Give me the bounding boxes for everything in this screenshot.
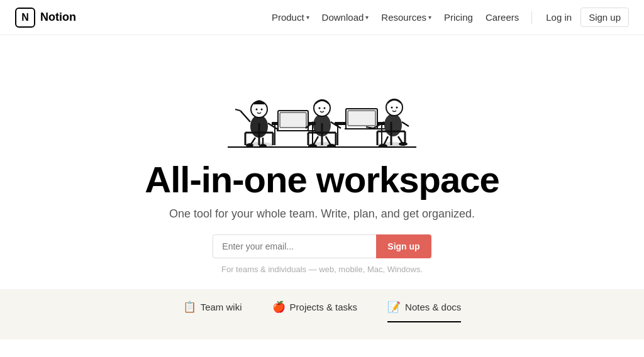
tab-notes-docs-label: Notes & docs — [405, 302, 461, 312]
svg-point-49 — [384, 114, 402, 136]
svg-rect-42 — [348, 111, 375, 126]
tab-team-wiki[interactable]: 📋 Team wiki — [183, 300, 242, 322]
svg-point-6 — [250, 115, 268, 138]
nav-pricing[interactable]: Pricing — [439, 8, 478, 26]
svg-line-11 — [235, 109, 240, 111]
login-button[interactable]: Log in — [540, 8, 578, 26]
svg-rect-21 — [280, 113, 306, 128]
hero-subtitle: One tool for your whole team. Write, pla… — [169, 207, 475, 221]
svg-point-31 — [324, 107, 326, 109]
svg-point-15 — [246, 143, 253, 147]
tab-projects-tasks-label: Projects & tasks — [290, 302, 358, 312]
svg-point-30 — [319, 107, 321, 109]
svg-line-10 — [240, 111, 250, 122]
svg-point-36 — [308, 144, 317, 148]
tab-team-wiki-label: Team wiki — [201, 302, 242, 312]
email-input[interactable] — [213, 234, 376, 258]
chevron-down-icon: ▾ — [365, 14, 369, 21]
svg-point-16 — [259, 144, 267, 148]
nav-links: Product ▾ Download ▾ Resources ▾ Pricing — [267, 8, 524, 26]
tab-projects-tasks[interactable]: 🍎 Projects & tasks — [272, 300, 358, 322]
nav-careers[interactable]: Careers — [480, 8, 524, 26]
notes-docs-icon: 📝 — [387, 300, 401, 314]
nav-signup-button[interactable]: Sign up — [580, 8, 629, 27]
nav-product[interactable]: Product ▾ — [267, 8, 314, 26]
hero-title: All-in-one workspace — [145, 160, 499, 200]
chevron-down-icon: ▾ — [428, 14, 431, 21]
bottom-section: 📋 Team wiki 🍎 Projects & tasks 📝 Notes &… — [0, 289, 644, 339]
navbar: N Notion Product ▾ Download ▾ Resources — [0, 0, 644, 35]
projects-tasks-icon: 🍎 — [272, 300, 286, 314]
logo-text: Notion — [40, 11, 76, 24]
logo-icon: N — [15, 8, 35, 28]
svg-point-37 — [327, 144, 336, 148]
nav-download[interactable]: Download ▾ — [317, 8, 374, 26]
hero-illustration — [190, 41, 454, 155]
svg-line-55 — [402, 122, 409, 126]
svg-point-51 — [391, 107, 393, 109]
svg-point-52 — [396, 107, 398, 109]
hero-section: All-in-one workspace One tool for your w… — [0, 35, 644, 289]
hero-form: Sign up — [213, 234, 431, 258]
tab-notes-docs[interactable]: 📝 Notes & docs — [387, 300, 461, 322]
nav-logo[interactable]: N Notion — [15, 8, 76, 28]
svg-point-28 — [313, 114, 331, 136]
svg-point-9 — [261, 109, 263, 111]
svg-point-29 — [314, 100, 330, 116]
team-wiki-icon: 📋 — [183, 300, 196, 314]
svg-point-58 — [379, 144, 387, 148]
nav-divider — [531, 11, 532, 24]
cta-signup-button[interactable]: Sign up — [376, 234, 431, 258]
svg-point-59 — [399, 142, 408, 146]
nav-resources[interactable]: Resources ▾ — [376, 8, 436, 26]
chevron-down-icon: ▾ — [306, 14, 309, 21]
nav-auth: Log in Sign up — [540, 8, 629, 27]
svg-point-50 — [386, 99, 402, 116]
hero-caption: For teams & individuals — web, mobile, M… — [221, 265, 423, 274]
svg-point-8 — [256, 109, 258, 111]
